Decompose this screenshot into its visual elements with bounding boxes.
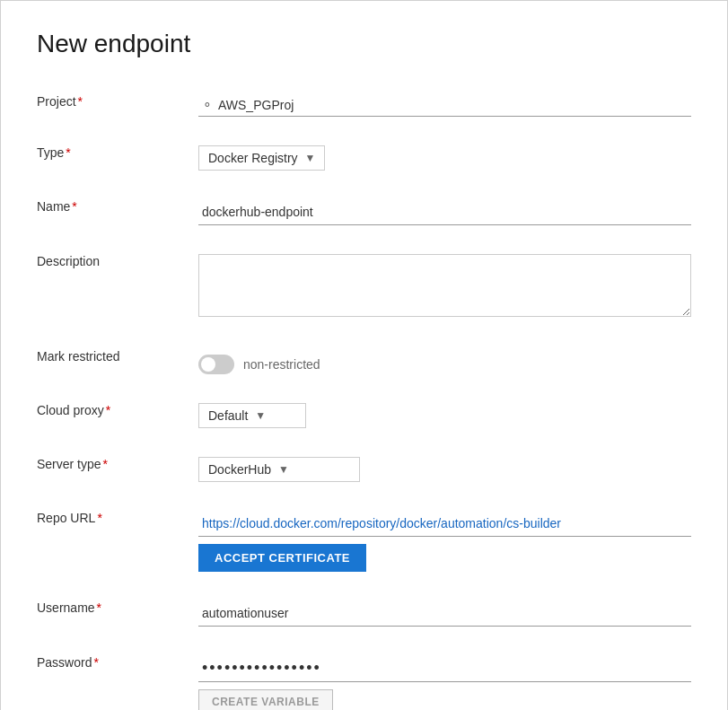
new-endpoint-dialog: New endpoint Project* ⚬ Type* [0, 0, 728, 710]
name-input[interactable] [198, 199, 691, 225]
required-star: * [97, 511, 101, 525]
chevron-down-icon: ▼ [305, 152, 316, 164]
username-input[interactable] [198, 600, 691, 627]
required-star: * [72, 199, 76, 214]
required-star: * [66, 145, 70, 160]
restricted-toggle[interactable] [198, 355, 234, 374]
chevron-down-icon: ▼ [255, 409, 266, 422]
project-input[interactable] [218, 98, 688, 112]
search-icon: ⚬ [202, 98, 213, 112]
project-label: Project* [37, 87, 198, 124]
accept-certificate-button[interactable]: ACCEPT CERTIFICATE [198, 544, 366, 572]
type-row: Type* Docker Registry ▼ [37, 138, 691, 178]
name-row: Name* [37, 192, 691, 232]
mark-restricted-label: Mark restricted [37, 342, 198, 381]
required-star: * [103, 457, 108, 471]
description-input[interactable] [198, 254, 691, 317]
server-type-select[interactable]: DockerHub ▼ [198, 457, 360, 482]
form-table: Project* ⚬ Type* Docker Registry [37, 87, 691, 710]
toggle-slider [198, 355, 234, 374]
username-label: Username* [37, 593, 198, 634]
required-star: * [106, 403, 110, 417]
type-value: Docker Registry [208, 151, 298, 165]
description-label: Description [37, 247, 198, 328]
description-row: Description [37, 247, 691, 328]
cloud-proxy-value: Default [208, 408, 248, 423]
cloud-proxy-label: Cloud proxy* [37, 396, 198, 435]
project-input-wrapper[interactable]: ⚬ [198, 94, 691, 117]
project-row: Project* ⚬ [37, 87, 691, 124]
chevron-down-icon: ▼ [278, 463, 289, 476]
mark-restricted-row: Mark restricted non-restricted [37, 342, 691, 381]
server-type-row: Server type* DockerHub ▼ [37, 450, 691, 489]
name-label: Name* [37, 192, 198, 232]
required-star: * [93, 655, 98, 670]
server-type-value: DockerHub [208, 462, 271, 477]
password-label: Password* [37, 648, 198, 710]
required-star: * [78, 94, 83, 109]
server-type-label: Server type* [37, 450, 198, 489]
password-row: Password* •••••••••••••••• CREATE VARIAB… [37, 648, 691, 710]
toggle-wrapper: non-restricted [198, 349, 691, 374]
type-select[interactable]: Docker Registry ▼ [198, 145, 325, 171]
repo-url-value: https://cloud.docker.com/repository/dock… [198, 511, 691, 537]
cloud-proxy-select[interactable]: Default ▼ [198, 403, 306, 428]
repo-url-row: Repo URL* https://cloud.docker.com/repos… [37, 504, 691, 579]
type-label: Type* [37, 138, 198, 178]
username-row: Username* [37, 593, 691, 634]
create-variable-button[interactable]: CREATE VARIABLE [198, 689, 333, 710]
cloud-proxy-row: Cloud proxy* Default ▼ [37, 396, 691, 435]
toggle-label: non-restricted [243, 357, 320, 372]
password-dots: •••••••••••••••• [198, 655, 691, 682]
repo-url-label: Repo URL* [37, 504, 198, 579]
page-title: New endpoint [37, 30, 691, 58]
required-star: * [97, 600, 101, 615]
